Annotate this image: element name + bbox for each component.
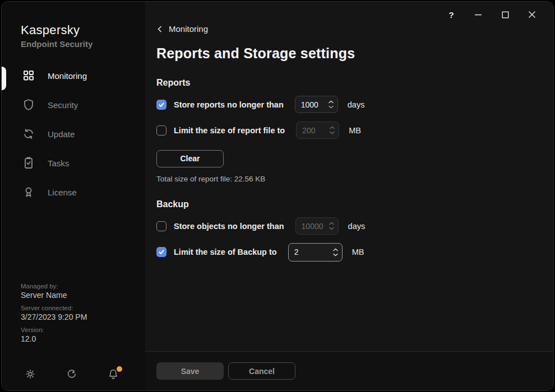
server-info: Managed by: Server Name Server connected… xyxy=(2,278,145,353)
check-icon xyxy=(158,101,165,108)
sidebar-item-label: Monitoring xyxy=(48,71,87,81)
sidebar-item-security[interactable]: Security xyxy=(2,90,145,119)
spin-down-icon[interactable] xyxy=(333,253,338,256)
minimize-button[interactable] xyxy=(465,6,492,23)
report-total-size: Total size of report file: 22.56 KB xyxy=(156,175,553,183)
report-size-input xyxy=(302,126,327,135)
managed-by-value: Server Name xyxy=(21,291,145,300)
active-nav-indicator xyxy=(1,67,6,90)
store-reports-checkbox[interactable] xyxy=(156,100,166,110)
backup-size-unit: MB xyxy=(352,248,364,256)
refresh-icon xyxy=(22,127,35,141)
save-button[interactable]: Save xyxy=(156,362,224,380)
limit-backup-size-checkbox[interactable] xyxy=(156,247,166,257)
report-days-input[interactable] xyxy=(301,100,326,109)
back-to-monitoring-link[interactable]: Monitoring xyxy=(156,24,208,34)
close-button[interactable] xyxy=(519,6,545,23)
spin-up-icon xyxy=(329,222,334,225)
product-name: Endpoint Security xyxy=(21,39,145,49)
store-reports-label: Store reports no longer than xyxy=(174,100,284,109)
sidebar-nav: Monitoring Security Update xyxy=(2,61,145,207)
cancel-button[interactable]: Cancel xyxy=(228,362,295,380)
page-title: Reports and Storage settings xyxy=(156,45,553,62)
limit-backup-size-label: Limit the size of Backup to xyxy=(174,248,277,256)
app-logo: Kaspersky Endpoint Security xyxy=(2,2,145,49)
spin-down-icon[interactable] xyxy=(329,105,334,109)
limit-backup-size-row: Limit the size of Backup to MB xyxy=(156,243,553,262)
managed-by-label: Managed by: xyxy=(21,283,145,290)
backup-size-input[interactable] xyxy=(294,248,331,256)
backup-days-input xyxy=(302,222,327,231)
sidebar-item-tasks[interactable]: Tasks xyxy=(2,148,145,178)
backup-size-spinner[interactable] xyxy=(288,243,343,262)
sidebar-item-update[interactable]: Update xyxy=(2,119,145,148)
app-window: Kaspersky Endpoint Security Monitoring xyxy=(1,1,554,391)
window-controls: ? xyxy=(438,6,545,23)
spin-down-icon xyxy=(330,131,335,134)
sidebar-item-license[interactable]: License xyxy=(2,178,145,207)
help-button[interactable]: ? xyxy=(438,6,465,23)
clipboard-check-icon xyxy=(22,156,35,170)
settings-content: Monitoring Reports and Storage settings … xyxy=(145,2,553,262)
brand-name: Kaspersky xyxy=(21,23,145,38)
sidebar-item-label: License xyxy=(48,188,77,197)
notification-badge xyxy=(117,366,122,372)
report-size-spinner xyxy=(296,122,339,139)
limit-report-size-row: Limit the size of report file to MB xyxy=(156,122,553,139)
spin-up-icon[interactable] xyxy=(333,248,338,251)
limit-report-size-label: Limit the size of report file to xyxy=(174,126,285,135)
version-label: Version: xyxy=(21,326,145,333)
server-connected-label: Server connected: xyxy=(21,305,145,311)
sidebar-item-monitoring[interactable]: Monitoring xyxy=(2,61,145,90)
footer-bar: Save Cancel xyxy=(145,351,553,390)
report-days-spinner[interactable] xyxy=(295,96,338,113)
shield-icon xyxy=(22,98,35,111)
back-link-label: Monitoring xyxy=(169,24,208,34)
sidebar: Kaspersky Endpoint Security Monitoring xyxy=(2,2,145,390)
maximize-button[interactable] xyxy=(492,6,519,23)
sidebar-tray xyxy=(24,359,121,390)
store-objects-label: Store objects no longer than xyxy=(174,222,284,231)
report-days-unit: days xyxy=(348,100,365,109)
backup-days-spinner xyxy=(295,217,339,235)
backup-days-unit: days xyxy=(348,222,366,231)
check-icon xyxy=(158,249,165,255)
sidebar-item-label: Update xyxy=(48,129,75,139)
chevron-left-icon xyxy=(156,26,163,32)
spin-up-icon xyxy=(330,126,335,129)
sidebar-item-label: Security xyxy=(48,100,78,110)
sidebar-item-label: Tasks xyxy=(48,158,69,168)
backup-section-heading: Backup xyxy=(156,199,553,209)
award-icon xyxy=(22,185,35,199)
store-objects-checkbox[interactable] xyxy=(156,221,166,231)
store-objects-row: Store objects no longer than days xyxy=(156,217,553,235)
limit-report-size-checkbox[interactable] xyxy=(156,125,166,136)
version-value: 12.0 xyxy=(21,334,145,343)
store-reports-row: Store reports no longer than days xyxy=(156,96,553,114)
spin-up-icon[interactable] xyxy=(329,100,334,104)
server-connected-value: 3/27/2023 9:20 PM xyxy=(21,312,145,321)
report-size-unit: MB xyxy=(349,126,361,135)
spin-down-icon xyxy=(329,227,334,230)
clear-button[interactable]: Clear xyxy=(156,150,224,167)
notifications-bell-icon[interactable] xyxy=(107,368,121,381)
reports-section-heading: Reports xyxy=(156,78,553,88)
main-panel: ? Monitoring Reports and Storage setting… xyxy=(145,2,553,390)
settings-gear-icon[interactable] xyxy=(24,368,38,381)
support-icon[interactable] xyxy=(66,368,79,381)
dashboard-icon xyxy=(22,69,35,82)
